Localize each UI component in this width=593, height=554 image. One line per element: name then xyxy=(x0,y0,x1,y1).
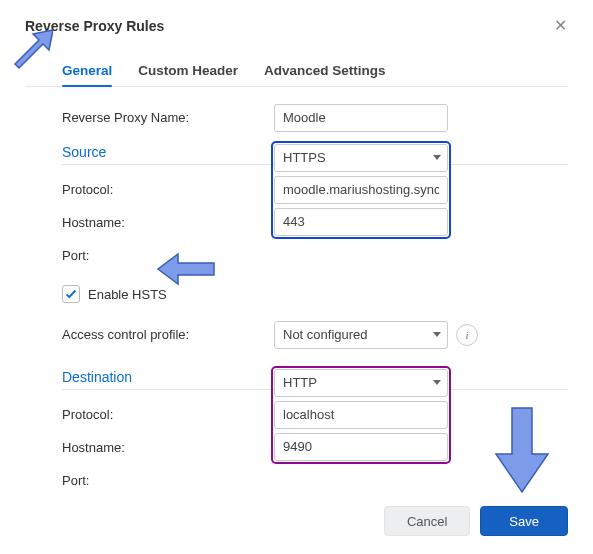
dest-protocol-select[interactable]: HTTP xyxy=(274,369,448,397)
source-hostname-input[interactable] xyxy=(274,176,448,204)
acp-label: Access control profile: xyxy=(62,327,274,342)
checkmark-icon xyxy=(64,287,78,301)
row-dest-protocol: Protocol: HTTP xyxy=(62,398,568,431)
chevron-down-icon xyxy=(433,380,441,385)
cancel-button[interactable]: Cancel xyxy=(384,506,470,536)
proxy-name-input[interactable] xyxy=(274,104,448,132)
row-source-protocol: Protocol: HTTPS xyxy=(62,173,568,206)
row-source-port: Port: xyxy=(62,239,568,272)
acp-value: Not configured xyxy=(283,327,368,342)
source-protocol-label: Protocol: xyxy=(62,182,274,197)
form-area: Reverse Proxy Name: Source Protocol: HTT… xyxy=(62,101,568,497)
row-dest-port: Port: xyxy=(62,464,568,497)
dest-hostname-input[interactable] xyxy=(274,401,448,429)
dest-port-label: Port: xyxy=(62,473,274,488)
row-access-control-profile: Access control profile: Not configured i xyxy=(62,318,568,351)
source-port-label: Port: xyxy=(62,248,274,263)
info-icon[interactable]: i xyxy=(456,324,478,346)
destination-highlight: HTTP xyxy=(274,369,448,461)
source-hostname-label: Hostname: xyxy=(62,215,274,230)
enable-hsts-label: Enable HSTS xyxy=(88,287,167,302)
tab-advanced-settings[interactable]: Advanced Settings xyxy=(264,63,386,86)
dest-protocol-label: Protocol: xyxy=(62,407,274,422)
chevron-down-icon xyxy=(433,155,441,160)
tab-custom-header[interactable]: Custom Header xyxy=(138,63,238,86)
tab-bar: General Custom Header Advanced Settings xyxy=(62,63,568,86)
dialog-title: Reverse Proxy Rules xyxy=(25,18,164,34)
row-enable-hsts: Enable HSTS xyxy=(62,282,568,306)
dialog-header: Reverse Proxy Rules ✕ xyxy=(25,0,568,47)
reverse-proxy-dialog: Reverse Proxy Rules ✕ General Custom Hea… xyxy=(0,0,593,554)
source-protocol-value: HTTPS xyxy=(283,150,326,165)
source-protocol-select[interactable]: HTTPS xyxy=(274,144,448,172)
dest-port-input[interactable] xyxy=(274,433,448,461)
close-icon[interactable]: ✕ xyxy=(553,14,568,37)
source-highlight: HTTPS xyxy=(274,144,448,236)
proxy-name-label: Reverse Proxy Name: xyxy=(62,110,274,125)
dest-protocol-value: HTTP xyxy=(283,375,317,390)
dest-hostname-label: Hostname: xyxy=(62,440,274,455)
source-port-input[interactable] xyxy=(274,208,448,236)
save-button[interactable]: Save xyxy=(480,506,568,536)
acp-select[interactable]: Not configured xyxy=(274,321,448,349)
tab-general[interactable]: General xyxy=(62,63,112,86)
enable-hsts-checkbox[interactable] xyxy=(62,285,80,303)
dialog-footer: Cancel Save xyxy=(384,506,568,536)
chevron-down-icon xyxy=(433,332,441,337)
row-proxy-name: Reverse Proxy Name: xyxy=(62,101,568,134)
